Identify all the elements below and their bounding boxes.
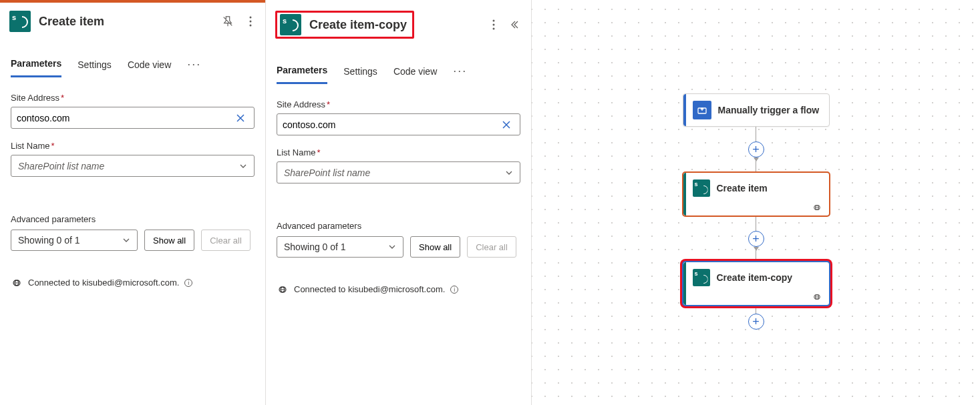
advanced-selector-text: Showing 0 of 1 (284, 242, 346, 252)
sharepoint-icon (280, 14, 301, 35)
add-step-button[interactable]: + (748, 314, 764, 330)
advanced-selector-text: Showing 0 of 1 (18, 235, 80, 246)
list-name-placeholder: SharePoint list name (284, 167, 370, 178)
svg-point-5 (493, 28, 495, 30)
site-address-input-wrap[interactable] (277, 113, 520, 135)
clear-all-button: Clear all (467, 236, 516, 258)
svg-point-4 (493, 24, 495, 26)
link-icon (812, 293, 822, 301)
chevron-down-icon (122, 236, 130, 244)
node-title: Create item (717, 183, 768, 193)
collapse-icon[interactable] (510, 18, 523, 31)
info-icon[interactable]: i (450, 286, 458, 294)
tab-more-icon[interactable]: ··· (187, 57, 201, 78)
connector-line (756, 216, 756, 231)
svg-point-2 (250, 25, 252, 27)
create-item-copy-node[interactable]: Create item-copy (683, 262, 830, 306)
node-color-bar (683, 262, 686, 305)
clear-all-button: Clear all (201, 230, 251, 251)
show-all-button[interactable]: Show all (144, 230, 194, 251)
chevron-down-icon (239, 162, 247, 170)
chevron-down-icon (388, 243, 396, 251)
highlight-box: Create item-copy (275, 11, 414, 39)
flow-column: Manually trigger a flow + Create item + (683, 93, 830, 330)
panel-title: Create item (39, 15, 213, 29)
more-icon[interactable] (244, 15, 257, 28)
more-icon[interactable] (487, 18, 500, 31)
trigger-title: Manually trigger a flow (718, 105, 820, 115)
panel-header: Create item-copy (266, 3, 531, 47)
link-icon (11, 278, 23, 288)
panel-create-item: Create item Parameters Settings Code vie… (0, 0, 266, 405)
list-name-placeholder: SharePoint list name (18, 161, 104, 171)
list-name-label: List Name* (277, 147, 520, 157)
connector-line (756, 247, 756, 262)
svg-point-1 (250, 21, 252, 23)
site-address-input-wrap[interactable] (11, 107, 255, 129)
node-title: Create item-copy (717, 272, 793, 283)
connector-line (756, 157, 756, 172)
tab-row: Parameters Settings Code view ··· (266, 47, 531, 85)
node-color-bar (683, 173, 686, 216)
site-address-label: Site Address* (11, 93, 255, 103)
advanced-label: Advanced parameters (11, 214, 255, 224)
add-step-button[interactable]: + (748, 141, 764, 157)
connector-line (756, 306, 756, 314)
link-icon (277, 285, 289, 294)
list-name-label: List Name* (11, 141, 255, 151)
list-name-select[interactable]: SharePoint list name (277, 161, 520, 183)
list-name-select[interactable]: SharePoint list name (11, 155, 255, 177)
advanced-label: Advanced parameters (277, 221, 520, 231)
node-color-bar (683, 94, 686, 126)
connected-text: Connected to kisubedi@microsoft.com. (28, 278, 179, 288)
flow-canvas[interactable]: Manually trigger a flow + Create item + (532, 0, 980, 405)
tab-code-view[interactable]: Code view (128, 59, 171, 77)
tab-settings[interactable]: Settings (77, 59, 112, 77)
sharepoint-icon (693, 179, 710, 197)
advanced-selector[interactable]: Showing 0 of 1 (277, 236, 403, 258)
connector-line (756, 127, 756, 141)
tab-settings[interactable]: Settings (343, 66, 377, 83)
panel-title: Create item-copy (309, 18, 410, 32)
svg-point-0 (250, 17, 252, 19)
show-all-button[interactable]: Show all (410, 236, 460, 258)
sharepoint-icon (9, 11, 31, 32)
trigger-node[interactable]: Manually trigger a flow (683, 93, 830, 127)
sharepoint-icon (693, 269, 710, 286)
add-step-button[interactable]: + (748, 231, 764, 247)
site-address-input[interactable] (17, 113, 232, 123)
chevron-down-icon (505, 169, 513, 177)
clear-site-icon[interactable] (498, 119, 514, 130)
link-icon (812, 204, 822, 212)
trigger-icon (693, 101, 711, 119)
site-address-label: Site Address* (277, 99, 520, 109)
unpin-icon[interactable] (221, 15, 234, 28)
advanced-selector[interactable]: Showing 0 of 1 (11, 230, 138, 251)
panel-create-item-copy: Create item-copy Parameters Settings Cod… (266, 0, 532, 405)
tab-more-icon[interactable]: ··· (453, 64, 467, 85)
svg-point-3 (493, 20, 495, 22)
tab-row: Parameters Settings Code view ··· (0, 40, 265, 78)
panel-header: Create item (0, 3, 265, 40)
create-item-node[interactable]: Create item (683, 172, 830, 216)
site-address-input[interactable] (283, 119, 498, 130)
info-icon[interactable]: i (184, 279, 192, 287)
clear-site-icon[interactable] (232, 113, 249, 123)
connected-text: Connected to kisubedi@microsoft.com. (294, 284, 445, 294)
tab-parameters[interactable]: Parameters (277, 65, 327, 84)
tab-code-view[interactable]: Code view (393, 66, 437, 83)
tab-parameters[interactable]: Parameters (11, 58, 61, 77)
